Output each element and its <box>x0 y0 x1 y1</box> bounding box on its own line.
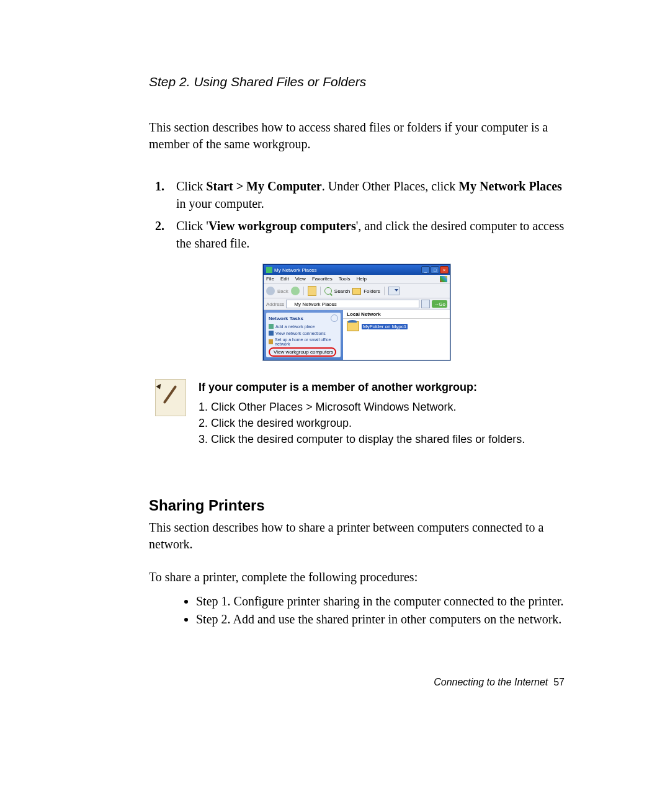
note-block: If your computer is a member of another … <box>149 379 565 447</box>
step-heading: Step 2. Using Shared Files or Folders <box>149 74 565 89</box>
toolbar: Back Search Folders <box>264 284 450 298</box>
step-1: 1. Click Start > My Computer. Under Othe… <box>149 177 565 212</box>
step-text-mid: . Under Other Places, click <box>322 179 458 193</box>
embedded-screenshot: My Network Places _ □ × File Edit View F… <box>263 264 450 360</box>
content-header: Local Network <box>343 310 450 319</box>
window-body: Network Tasks Add a network place View n… <box>264 310 450 360</box>
address-dropdown[interactable] <box>421 300 430 308</box>
step-text-pre: Click <box>176 179 206 193</box>
maximize-button[interactable]: □ <box>431 266 439 274</box>
add-place-icon <box>269 324 274 329</box>
step-bold-2: My Network Places <box>458 179 562 193</box>
collapse-icon[interactable] <box>331 315 338 322</box>
forward-button[interactable] <box>291 287 300 295</box>
menu-tools[interactable]: Tools <box>339 276 351 282</box>
panel-item-setup-net[interactable]: Set up a home or small office network <box>269 337 338 346</box>
ordered-steps: 1. Click Start > My Computer. Under Othe… <box>149 177 565 252</box>
panel-item-label: Set up a home or small office network <box>275 337 338 346</box>
menu-view[interactable]: View <box>295 276 306 282</box>
setup-network-icon <box>269 339 273 344</box>
panel-item-label: View network connections <box>275 331 326 336</box>
step-number: 2. <box>155 217 164 234</box>
separator-icon <box>384 287 385 295</box>
search-icon[interactable] <box>324 287 332 295</box>
up-button[interactable] <box>308 286 316 296</box>
footer-label: Connecting to the Internet <box>434 677 548 687</box>
address-value: My Network Places <box>294 301 336 307</box>
menu-file[interactable]: File <box>266 276 274 282</box>
section-paragraph-1: This section describes how to share a pr… <box>149 519 565 553</box>
address-input[interactable]: My Network Places <box>286 300 419 308</box>
window-titlebar: My Network Places _ □ × <box>264 265 450 275</box>
menubar: File Edit View Favorites Tools Help <box>264 275 450 284</box>
shared-folder-label: MyFolder on Mypc1 <box>362 324 408 329</box>
connections-icon <box>269 331 274 336</box>
section-heading: Sharing Printers <box>149 497 565 514</box>
back-label: Back <box>277 288 288 294</box>
content-pane: Local Network MyFolder on Mypc1 <box>343 310 450 360</box>
folders-label[interactable]: Folders <box>364 288 380 294</box>
close-button[interactable]: × <box>440 266 449 274</box>
step-2: 2. Click 'View workgroup computers', and… <box>149 217 565 252</box>
step-bold-1: View workgroup computers <box>208 219 356 233</box>
address-label: Address <box>266 301 284 307</box>
intro-paragraph: This section describes how to access sha… <box>149 119 565 153</box>
go-label: Go <box>439 301 445 307</box>
section-paragraph-2: To share a printer, complete the followi… <box>149 569 565 586</box>
back-button[interactable] <box>266 287 275 295</box>
bullet-step-2: Step 2. Add and use the shared printer i… <box>196 612 565 627</box>
note-line-1: 1. Click Other Places > Microsoft Window… <box>199 399 525 415</box>
step-text-post: in your computer. <box>176 197 264 210</box>
panel-title-label: Network Tasks <box>269 316 303 321</box>
document-page: Step 2. Using Shared Files or Folders Th… <box>0 0 670 812</box>
panel-item-label: View workgroup computers <box>274 349 333 355</box>
bullet-step-1: Step 1. Configure printer sharing in the… <box>196 594 565 609</box>
note-title: If your computer is a member of another … <box>199 379 525 395</box>
step-number: 1. <box>155 177 164 195</box>
step-text-pre: Click ' <box>176 219 208 233</box>
windows-logo-icon <box>440 276 447 282</box>
panel-item-label: Add a network place <box>275 324 315 329</box>
folders-icon[interactable] <box>352 288 361 295</box>
menu-edit[interactable]: Edit <box>280 276 289 282</box>
panel-item-view-conn[interactable]: View network connections <box>269 331 338 336</box>
views-dropdown[interactable] <box>388 287 400 295</box>
address-bar: Address My Network Places → Go <box>264 298 450 310</box>
panel-item-add-place[interactable]: Add a network place <box>269 324 338 329</box>
window-title: My Network Places <box>274 267 316 273</box>
task-panel: Network Tasks Add a network place View n… <box>264 310 343 360</box>
network-places-icon <box>266 267 272 273</box>
step-bold-1: Start > My Computer <box>206 179 321 193</box>
note-line-2: 2. Click the desired workgroup. <box>199 415 525 431</box>
page-footer: Connecting to the Internet 57 <box>434 677 565 688</box>
shared-folder-item[interactable]: MyFolder on Mypc1 <box>343 319 450 334</box>
footer-page-number: 57 <box>553 677 565 687</box>
panel-item-view-workgroup[interactable]: View workgroup computers <box>269 347 336 357</box>
network-places-icon <box>288 301 293 306</box>
separator-icon <box>320 287 321 295</box>
minimize-button[interactable]: _ <box>421 266 430 274</box>
note-pencil-icon <box>155 379 186 416</box>
separator-icon <box>303 287 304 295</box>
menu-favorites[interactable]: Favorites <box>312 276 333 282</box>
shared-folder-icon <box>347 321 359 331</box>
go-button[interactable]: → Go <box>432 300 447 308</box>
menu-help[interactable]: Help <box>356 276 366 282</box>
panel-title[interactable]: Network Tasks <box>269 315 338 322</box>
note-line-3: 3. Click the desired computer to display… <box>199 431 525 447</box>
search-label[interactable]: Search <box>334 288 350 294</box>
bullet-list: Step 1. Configure printer sharing in the… <box>171 594 565 627</box>
